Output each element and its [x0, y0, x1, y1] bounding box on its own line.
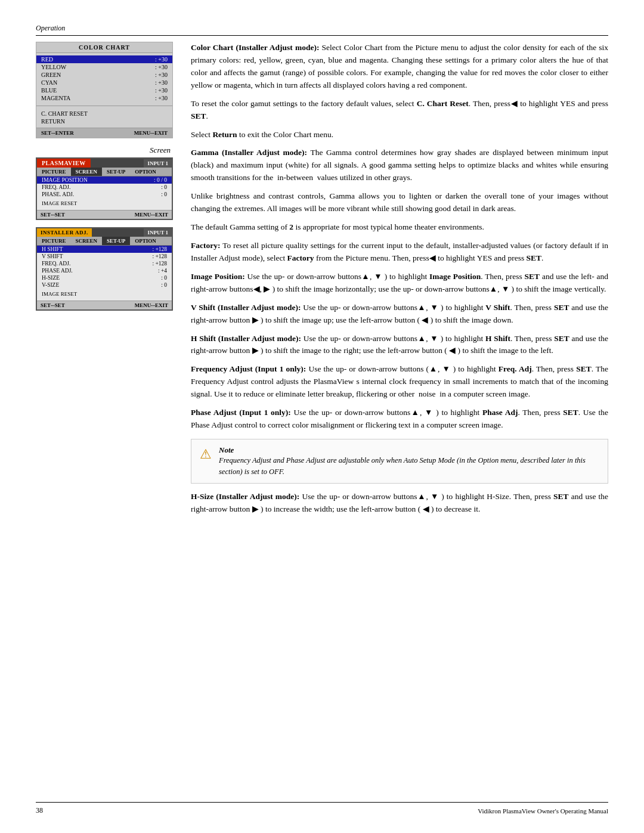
color-chart-box: COLOR CHART RED : +30 YELLOW : +30 GREEN…	[36, 42, 173, 138]
plasma-input: INPUT 1	[144, 159, 172, 168]
note-content: Note Frequency Adjust and Phase Adjust a…	[219, 445, 599, 478]
color-chart-value-magenta: : +30	[144, 95, 168, 101]
installer-row-freqadj[interactable]: FREQ. ADJ. : +128	[37, 260, 172, 267]
installer-reset-label[interactable]: IMAGE RESET	[37, 290, 172, 298]
plasma-row-imagepos[interactable]: IMAGE POSITION : 0 / 0	[37, 176, 172, 184]
installer-footer-set: SET···SET	[41, 302, 65, 308]
installer-row-vshift[interactable]: V SHIFT : +128	[37, 253, 172, 260]
installer-nav-setup[interactable]: SET-UP	[102, 237, 130, 245]
plasma-brand: PLASMAVIEW	[37, 159, 91, 168]
para-color-chart-reset: To reset the color gamut settings to the…	[191, 98, 608, 123]
color-chart-row-blue[interactable]: BLUE : +30	[36, 86, 172, 94]
installer-input: INPUT 1	[144, 228, 172, 237]
plasma-nav-setup[interactable]: SET-UP	[102, 168, 130, 176]
chart-return-row[interactable]: RETURN	[36, 117, 172, 125]
plasma-screen-box: PLASMAVIEW INPUT 1 PICTURE SCREEN SET-UP…	[36, 157, 173, 220]
installer-footer-exit: MENU···EXIT	[135, 302, 168, 308]
installer-value-phaseadj: : +4	[158, 268, 167, 274]
right-column: Color Chart (Installer Adjust mode): Sel…	[191, 42, 608, 522]
installer-value-freqadj: : +128	[152, 261, 167, 267]
page-footer: 38 Vidikron PlasmaView Owner's Operating…	[36, 802, 608, 815]
plasma-label-imagepos: IMAGE POSITION	[42, 177, 154, 183]
color-chart-row-yellow[interactable]: YELLOW : +30	[36, 63, 172, 71]
color-chart-label-yellow: YELLOW	[41, 64, 144, 70]
note-word: Note	[219, 445, 234, 454]
para-color-chart-intro: Color Chart (Installer Adjust mode): Sel…	[191, 42, 608, 92]
plasma-nav: PICTURE SCREEN SET-UP OPTION	[37, 168, 172, 176]
installer-nav-picture[interactable]: PICTURE	[37, 237, 71, 245]
para-phase-adj: Phase Adjust (Input 1 only): Use the up-…	[191, 407, 608, 432]
note-icon: ⚠	[200, 447, 212, 462]
note-box: ⚠ Note Frequency Adjust and Phase Adjust…	[191, 439, 608, 484]
note-text: Frequency Adjust and Phase Adjust are ad…	[219, 455, 599, 478]
para-gamma-default: The default Gamma setting of 2 is approp…	[191, 221, 608, 234]
left-column: COLOR CHART RED : +30 YELLOW : +30 GREEN…	[36, 42, 173, 522]
plasma-row-phaseadj[interactable]: PHASE. ADJ. : 0	[37, 191, 172, 198]
para-factory: Factory: To reset all picture quality se…	[191, 240, 608, 265]
plasma-label-phaseadj: PHASE. ADJ.	[42, 191, 161, 197]
plasma-value-imagepos: : 0 / 0	[154, 177, 167, 183]
chart-reset-label: C. CHART RESET	[41, 110, 168, 117]
plasma-nav-option[interactable]: OPTION	[130, 168, 161, 176]
plasma-footer-exit: MENU···EXIT	[135, 212, 168, 218]
color-chart-title: COLOR CHART	[36, 42, 172, 53]
installer-value-vsize: : 0	[161, 282, 167, 288]
plasma-footer-set: SET···SET	[41, 212, 65, 218]
color-chart-row-magenta[interactable]: MAGENTA : +30	[36, 94, 172, 102]
para-gamma-intro: Gamma (Installer Adjust mode): The Gamma…	[191, 147, 608, 184]
color-chart-value-cyan: : +30	[144, 79, 168, 86]
color-chart-label-red: RED	[41, 56, 144, 63]
footer-exit: MENU···EXIT	[134, 130, 168, 136]
installer-footer: SET···SET MENU···EXIT	[37, 301, 172, 309]
plasma-nav-screen[interactable]: SCREEN	[71, 168, 103, 176]
color-chart-label-blue: BLUE	[41, 87, 144, 94]
installer-row-hsize[interactable]: H-SIZE : 0	[37, 274, 172, 281]
installer-row-hshift[interactable]: H SHIFT : +128	[37, 246, 172, 253]
installer-box: INSTALLER ADJ. INPUT 1 PICTURE SCREEN SE…	[36, 227, 173, 311]
color-chart-row-green[interactable]: GREEN : +30	[36, 71, 172, 79]
chart-divider	[36, 106, 172, 106]
plasma-header: PLASMAVIEW INPUT 1	[37, 159, 172, 168]
color-chart-row-red[interactable]: RED : +30	[36, 55, 172, 63]
color-chart-row-cyan[interactable]: CYAN : +30	[36, 79, 172, 86]
installer-value-vshift: : +128	[152, 253, 167, 259]
plasma-reset-label[interactable]: IMAGE RESET	[37, 199, 172, 208]
chart-reset-row[interactable]: C. CHART RESET	[36, 110, 172, 117]
color-chart-label-green: GREEN	[41, 72, 144, 78]
installer-row-vsize[interactable]: V-SIZE : 0	[37, 281, 172, 289]
screen-label: Screen	[36, 145, 173, 155]
installer-label-vsize: V-SIZE	[42, 282, 161, 288]
para-h-shift: H Shift (Installer Adjust mode): Use the…	[191, 333, 608, 358]
manual-title: Vidikron PlasmaView Owner's Operating Ma…	[478, 807, 608, 815]
footer-enter: SET···ENTER	[41, 130, 74, 136]
header-divider	[36, 35, 608, 36]
operation-label: Operation	[36, 24, 608, 33]
installer-label-freqadj: FREQ. ADJ.	[42, 261, 152, 267]
installer-value-hsize: : 0	[161, 275, 167, 281]
chart-return-label: RETURN	[41, 118, 168, 125]
page-number: 38	[36, 806, 43, 815]
installer-nav-screen[interactable]: SCREEN	[71, 237, 103, 245]
para-h-size: H-Size (Installer Adjust mode): Use the …	[191, 491, 608, 516]
para-gamma-unlike: Unlike brightness and contrast controls,…	[191, 190, 608, 215]
installer-header: INSTALLER ADJ. INPUT 1	[37, 228, 172, 237]
installer-brand: INSTALLER ADJ.	[37, 228, 92, 237]
para-freq-adj: Frequency Adjust (Input 1 only): Use the…	[191, 363, 608, 401]
color-chart-value-green: : +30	[144, 72, 168, 78]
installer-row-phaseadj[interactable]: PHASE ADJ. : +4	[37, 267, 172, 274]
plasma-value-freqadj: : 0	[161, 184, 167, 190]
installer-value-hshift: : +128	[152, 246, 167, 252]
installer-nav-option[interactable]: OPTION	[130, 237, 161, 245]
page: Operation COLOR CHART RED : +30 YELLOW :…	[0, 0, 644, 833]
color-chart-footer: SET···ENTER MENU···EXIT	[36, 128, 172, 138]
color-chart-value-red: : +30	[144, 56, 168, 63]
plasma-footer: SET···SET MENU···EXIT	[37, 210, 172, 219]
installer-label-hsize: H-SIZE	[42, 275, 161, 281]
color-chart-label-cyan: CYAN	[41, 79, 144, 86]
plasma-label-freqadj: FREQ. ADJ.	[42, 184, 161, 190]
installer-nav: PICTURE SCREEN SET-UP OPTION	[37, 237, 172, 246]
para-v-shift: V Shift (Installer Adjust mode): Use the…	[191, 302, 608, 327]
plasma-nav-picture[interactable]: PICTURE	[37, 168, 71, 176]
color-chart-value-blue: : +30	[144, 87, 168, 94]
plasma-row-freqadj[interactable]: FREQ. ADJ. : 0	[37, 184, 172, 191]
